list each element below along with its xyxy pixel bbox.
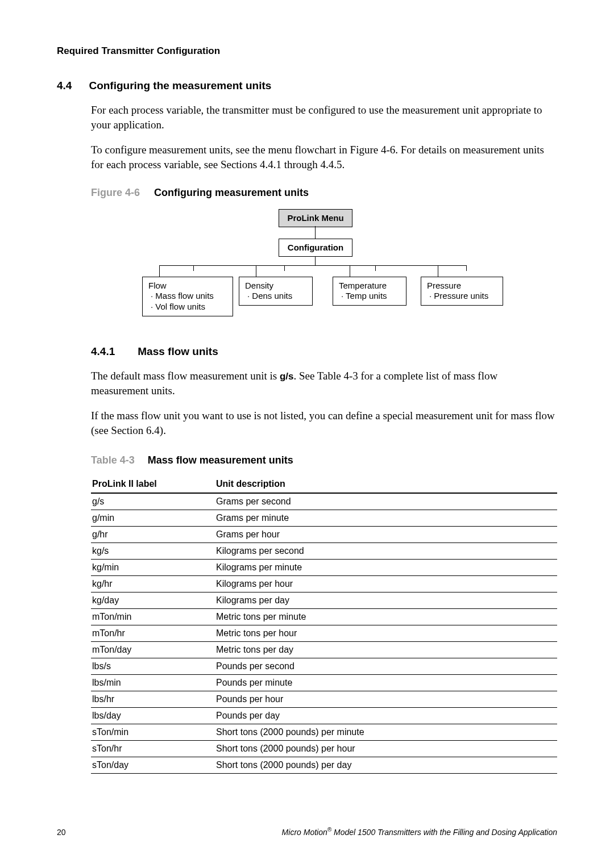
table-cell-label: sTon/min <box>91 724 215 741</box>
table-cell-label: g/min <box>91 510 215 527</box>
table-row: lbs/dayPounds per day <box>91 708 557 724</box>
table-cell-description: Grams per second <box>215 493 557 510</box>
table-cell-description: Pounds per hour <box>215 691 557 708</box>
bold-text: g/s <box>280 371 294 382</box>
table-cell-description: Kilograms per minute <box>215 560 557 576</box>
diagram-node-title: Pressure <box>427 281 497 291</box>
section-4-4-1-body: The default mass flow measurement unit i… <box>91 369 557 774</box>
diagram-node-temperature: Temperature · Temp units <box>333 277 406 306</box>
table-cell-label: sTon/hr <box>91 741 215 757</box>
diagram-connector <box>284 265 285 271</box>
table-cell-label: g/hr <box>91 527 215 543</box>
table-cell-description: Short tons (2000 pounds) per day <box>215 757 557 774</box>
table-cell-label: lbs/min <box>91 675 215 691</box>
table-cell-description: Metric tons per day <box>215 642 557 658</box>
table-4-3: ProLink II label Unit description g/sGra… <box>91 474 557 774</box>
table-row: mTon/minMetric tons per minute <box>91 609 557 625</box>
figure-label: Figure 4-6 <box>91 187 140 198</box>
running-head: Required Transmitter Configuration <box>57 45 557 57</box>
table-row: kg/sKilograms per second <box>91 543 557 560</box>
table-cell-description: Kilograms per day <box>215 592 557 609</box>
diagram-connector <box>315 256 316 265</box>
diagram-node-configuration: Configuration <box>279 239 352 257</box>
table-cell-label: kg/min <box>91 560 215 576</box>
diagram-connector <box>438 265 438 277</box>
diagram-node-item: · Pressure units <box>427 291 497 302</box>
paragraph: To configure measurement units, see the … <box>91 143 557 172</box>
table-cell-label: kg/hr <box>91 576 215 592</box>
table-cell-label: mTon/min <box>91 609 215 625</box>
footer-doc-title: Micro Motion® Model 1500 Transmitters wi… <box>282 827 557 837</box>
table-cell-description: Pounds per minute <box>215 675 557 691</box>
table-cell-label: g/s <box>91 493 215 510</box>
table-cell-label: mTon/hr <box>91 625 215 642</box>
table-label: Table 4-3 <box>91 454 135 466</box>
paragraph: For each process variable, the transmitt… <box>91 103 557 132</box>
diagram-node-item: · Temp units <box>339 291 400 302</box>
table-row: sTon/minShort tons (2000 pounds) per min… <box>91 724 557 741</box>
section-title: Configuring the measurement units <box>89 80 271 92</box>
diagram-connector <box>159 265 160 277</box>
table-row: g/hrGrams per hour <box>91 527 557 543</box>
section-title: Mass flow units <box>138 345 218 358</box>
table-row: mTon/dayMetric tons per day <box>91 642 557 658</box>
table-cell-label: kg/s <box>91 543 215 560</box>
page-number: 20 <box>57 828 66 837</box>
diagram-node-item: · Vol flow units <box>148 302 227 312</box>
paragraph: If the mass flow unit you want to use is… <box>91 408 557 437</box>
table-row: kg/dayKilograms per day <box>91 592 557 609</box>
diagram-connector <box>256 265 256 277</box>
table-cell-label: kg/day <box>91 592 215 609</box>
table-cell-description: Pounds per second <box>215 658 557 675</box>
table-row: sTon/dayShort tons (2000 pounds) per day <box>91 757 557 774</box>
table-row: mTon/hrMetric tons per hour <box>91 625 557 642</box>
page: Required Transmitter Configuration 4.4 C… <box>0 0 614 868</box>
table-cell-description: Grams per minute <box>215 510 557 527</box>
section-number: 4.4.1 <box>91 345 115 358</box>
table-row: g/minGrams per minute <box>91 510 557 527</box>
table-row: lbs/sPounds per second <box>91 658 557 675</box>
diagram-node-title: Temperature <box>339 281 400 291</box>
section-4-4-body: For each process variable, the transmitt… <box>91 103 557 328</box>
diagram-node-density: Density · Dens units <box>239 277 313 306</box>
text-run: Model 1500 Transmitters with the Filling… <box>331 828 557 837</box>
figure-4-6-diagram: ProLink Menu Configuration Flow · Mass f… <box>114 209 523 328</box>
diagram-node-title: Flow <box>148 281 227 291</box>
table-cell-description: Metric tons per hour <box>215 625 557 642</box>
table-header-cell: ProLink II label <box>91 474 215 493</box>
table-cell-description: Pounds per day <box>215 708 557 724</box>
diagram-connector <box>466 265 467 271</box>
diagram-connector <box>315 226 316 239</box>
table-cell-description: Kilograms per second <box>215 543 557 560</box>
diagram-connector <box>159 265 466 266</box>
table-row: kg/minKilograms per minute <box>91 560 557 576</box>
table-cell-description: Short tons (2000 pounds) per minute <box>215 724 557 741</box>
table-header-row: ProLink II label Unit description <box>91 474 557 493</box>
table-row: kg/hrKilograms per hour <box>91 576 557 592</box>
table-cell-label: lbs/hr <box>91 691 215 708</box>
text-run: Micro Motion <box>282 828 327 837</box>
diagram-node-item: · Mass flow units <box>148 291 227 302</box>
table-row: sTon/hrShort tons (2000 pounds) per hour <box>91 741 557 757</box>
diagram-node-prolink-menu: ProLink Menu <box>279 209 352 228</box>
diagram-node-title: Density <box>245 281 306 291</box>
table-cell-label: lbs/s <box>91 658 215 675</box>
table-cell-description: Grams per hour <box>215 527 557 543</box>
table-title: Mass flow measurement units <box>148 454 293 466</box>
table-cell-description: Metric tons per minute <box>215 609 557 625</box>
table-cell-label: sTon/day <box>91 757 215 774</box>
table-header-cell: Unit description <box>215 474 557 493</box>
section-4-4-1-heading: 4.4.1 Mass flow units <box>91 345 557 358</box>
section-4-4-heading: 4.4 Configuring the measurement units <box>57 80 557 92</box>
page-footer: 20 Micro Motion® Model 1500 Transmitters… <box>57 827 557 837</box>
table-cell-description: Kilograms per hour <box>215 576 557 592</box>
section-number: 4.4 <box>57 80 72 92</box>
diagram-connector <box>193 265 194 271</box>
diagram-connector <box>350 265 350 277</box>
table-4-3-caption: Table 4-3 Mass flow measurement units <box>91 454 557 466</box>
table-row: lbs/hrPounds per hour <box>91 691 557 708</box>
table-row: lbs/minPounds per minute <box>91 675 557 691</box>
text-run: The default mass flow measurement unit i… <box>91 370 280 382</box>
table-cell-description: Short tons (2000 pounds) per hour <box>215 741 557 757</box>
diagram-connector <box>375 265 376 271</box>
